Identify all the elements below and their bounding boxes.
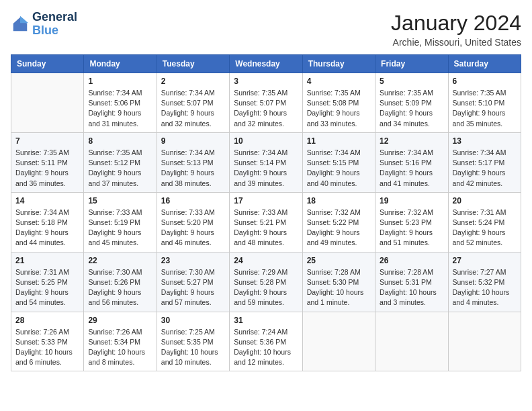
day-info: Sunrise: 7:35 AMSunset: 5:09 PMDaylight:…: [380, 88, 443, 129]
day-info: Sunrise: 7:33 AMSunset: 5:21 PMDaylight:…: [234, 208, 298, 248]
day-info: Sunrise: 7:34 AMSunset: 5:17 PMDaylight:…: [453, 148, 517, 189]
day-cell: 26Sunrise: 7:28 AMSunset: 5:31 PMDayligh…: [375, 252, 448, 312]
day-number: 9: [161, 136, 225, 146]
day-number: 17: [234, 196, 298, 205]
day-info: Sunrise: 7:28 AMSunset: 5:30 PMDaylight:…: [307, 267, 371, 308]
day-number: 8: [88, 136, 152, 146]
day-cell: 14Sunrise: 7:34 AMSunset: 5:18 PMDayligh…: [11, 192, 84, 252]
week-row-4: 21Sunrise: 7:31 AMSunset: 5:25 PMDayligh…: [11, 252, 521, 312]
day-info: Sunrise: 7:31 AMSunset: 5:25 PMDaylight:…: [15, 267, 79, 308]
day-cell: 12Sunrise: 7:34 AMSunset: 5:16 PMDayligh…: [375, 132, 448, 192]
page-header: General Blue January 2024 Archie, Missou…: [11, 11, 521, 48]
day-cell: 10Sunrise: 7:34 AMSunset: 5:14 PMDayligh…: [230, 132, 302, 192]
week-row-3: 14Sunrise: 7:34 AMSunset: 5:18 PMDayligh…: [11, 192, 521, 252]
day-number: 1: [88, 77, 152, 86]
day-number: 14: [15, 196, 79, 205]
day-info: Sunrise: 7:34 AMSunset: 5:18 PMDaylight:…: [15, 208, 79, 248]
day-number: 4: [307, 77, 371, 86]
day-number: 3: [234, 77, 298, 86]
title-block: January 2024 Archie, Missouri, United St…: [391, 11, 521, 48]
day-info: Sunrise: 7:32 AMSunset: 5:23 PMDaylight:…: [380, 208, 443, 248]
day-cell: 2Sunrise: 7:34 AMSunset: 5:07 PMDaylight…: [157, 73, 229, 133]
day-info: Sunrise: 7:35 AMSunset: 5:07 PMDaylight:…: [234, 88, 298, 129]
day-info: Sunrise: 7:31 AMSunset: 5:24 PMDaylight:…: [453, 208, 517, 248]
location: Archie, Missouri, United States: [391, 37, 521, 48]
day-cell: 31Sunrise: 7:24 AMSunset: 5:36 PMDayligh…: [230, 312, 302, 371]
weekday-sunday: Sunday: [11, 55, 84, 73]
day-cell: 28Sunrise: 7:26 AMSunset: 5:33 PMDayligh…: [11, 312, 84, 371]
week-row-1: 1Sunrise: 7:34 AMSunset: 5:06 PMDaylight…: [11, 73, 521, 133]
day-cell: 13Sunrise: 7:34 AMSunset: 5:17 PMDayligh…: [448, 132, 521, 192]
day-info: Sunrise: 7:28 AMSunset: 5:31 PMDaylight:…: [380, 267, 443, 308]
day-number: 29: [88, 316, 152, 325]
day-number: 20: [453, 196, 517, 205]
day-info: Sunrise: 7:35 AMSunset: 5:12 PMDaylight:…: [88, 148, 152, 189]
weekday-monday: Monday: [84, 55, 157, 73]
day-number: 21: [15, 256, 79, 265]
day-number: 16: [161, 196, 225, 205]
day-cell: 25Sunrise: 7:28 AMSunset: 5:30 PMDayligh…: [302, 252, 375, 312]
calendar-body: 1Sunrise: 7:34 AMSunset: 5:06 PMDaylight…: [11, 73, 521, 371]
day-number: 27: [453, 256, 517, 265]
day-info: Sunrise: 7:32 AMSunset: 5:22 PMDaylight:…: [307, 208, 371, 248]
day-cell: 29Sunrise: 7:26 AMSunset: 5:34 PMDayligh…: [84, 312, 157, 371]
day-info: Sunrise: 7:29 AMSunset: 5:28 PMDaylight:…: [234, 267, 298, 308]
logo-text: General Blue: [32, 11, 77, 38]
day-info: Sunrise: 7:30 AMSunset: 5:26 PMDaylight:…: [88, 267, 152, 308]
day-number: 18: [307, 196, 371, 205]
day-cell: [11, 73, 84, 133]
logo: General Blue: [11, 11, 77, 38]
day-info: Sunrise: 7:34 AMSunset: 5:15 PMDaylight:…: [307, 148, 371, 189]
day-cell: 6Sunrise: 7:35 AMSunset: 5:10 PMDaylight…: [448, 73, 521, 133]
day-number: 11: [307, 136, 371, 146]
day-info: Sunrise: 7:26 AMSunset: 5:33 PMDaylight:…: [15, 327, 79, 368]
day-info: Sunrise: 7:35 AMSunset: 5:08 PMDaylight:…: [307, 88, 371, 129]
day-number: 23: [161, 256, 225, 265]
day-cell: 5Sunrise: 7:35 AMSunset: 5:09 PMDaylight…: [375, 73, 448, 133]
day-info: Sunrise: 7:35 AMSunset: 5:11 PMDaylight:…: [15, 148, 79, 189]
day-info: Sunrise: 7:33 AMSunset: 5:19 PMDaylight:…: [88, 208, 152, 248]
day-number: 2: [161, 77, 225, 86]
day-info: Sunrise: 7:35 AMSunset: 5:10 PMDaylight:…: [453, 88, 517, 129]
day-number: 19: [380, 196, 443, 205]
day-info: Sunrise: 7:30 AMSunset: 5:27 PMDaylight:…: [161, 267, 225, 308]
day-cell: 27Sunrise: 7:27 AMSunset: 5:32 PMDayligh…: [448, 252, 521, 312]
day-info: Sunrise: 7:34 AMSunset: 5:14 PMDaylight:…: [234, 148, 298, 189]
day-info: Sunrise: 7:33 AMSunset: 5:20 PMDaylight:…: [161, 208, 225, 248]
day-cell: 9Sunrise: 7:34 AMSunset: 5:13 PMDaylight…: [157, 132, 229, 192]
day-info: Sunrise: 7:34 AMSunset: 5:07 PMDaylight:…: [161, 88, 225, 129]
day-cell: 15Sunrise: 7:33 AMSunset: 5:19 PMDayligh…: [84, 192, 157, 252]
day-number: 5: [380, 77, 443, 86]
weekday-header-row: SundayMondayTuesdayWednesdayThursdayFrid…: [11, 55, 521, 73]
day-info: Sunrise: 7:34 AMSunset: 5:06 PMDaylight:…: [88, 88, 152, 129]
day-info: Sunrise: 7:34 AMSunset: 5:16 PMDaylight:…: [380, 148, 443, 189]
day-cell: 22Sunrise: 7:30 AMSunset: 5:26 PMDayligh…: [84, 252, 157, 312]
day-cell: 7Sunrise: 7:35 AMSunset: 5:11 PMDaylight…: [11, 132, 84, 192]
day-number: 10: [234, 136, 298, 146]
day-number: 30: [161, 316, 225, 325]
day-cell: 11Sunrise: 7:34 AMSunset: 5:15 PMDayligh…: [302, 132, 375, 192]
day-cell: 4Sunrise: 7:35 AMSunset: 5:08 PMDaylight…: [302, 73, 375, 133]
day-number: 6: [453, 77, 517, 86]
day-cell: 17Sunrise: 7:33 AMSunset: 5:21 PMDayligh…: [230, 192, 302, 252]
day-number: 13: [453, 136, 517, 146]
day-number: 25: [307, 256, 371, 265]
day-info: Sunrise: 7:24 AMSunset: 5:36 PMDaylight:…: [234, 327, 298, 368]
day-info: Sunrise: 7:34 AMSunset: 5:13 PMDaylight:…: [161, 148, 225, 189]
day-number: 22: [88, 256, 152, 265]
weekday-friday: Friday: [375, 55, 448, 73]
day-cell: 24Sunrise: 7:29 AMSunset: 5:28 PMDayligh…: [230, 252, 302, 312]
weekday-tuesday: Tuesday: [157, 55, 229, 73]
day-number: 7: [15, 136, 79, 146]
day-cell: 1Sunrise: 7:34 AMSunset: 5:06 PMDaylight…: [84, 73, 157, 133]
day-number: 24: [234, 256, 298, 265]
month-title: January 2024: [391, 11, 521, 36]
weekday-saturday: Saturday: [448, 55, 521, 73]
day-number: 28: [15, 316, 79, 325]
day-cell: 21Sunrise: 7:31 AMSunset: 5:25 PMDayligh…: [11, 252, 84, 312]
day-info: Sunrise: 7:26 AMSunset: 5:34 PMDaylight:…: [88, 327, 152, 368]
day-cell: 16Sunrise: 7:33 AMSunset: 5:20 PMDayligh…: [157, 192, 229, 252]
week-row-2: 7Sunrise: 7:35 AMSunset: 5:11 PMDaylight…: [11, 132, 521, 192]
day-info: Sunrise: 7:25 AMSunset: 5:35 PMDaylight:…: [161, 327, 225, 368]
day-cell: [375, 312, 448, 371]
